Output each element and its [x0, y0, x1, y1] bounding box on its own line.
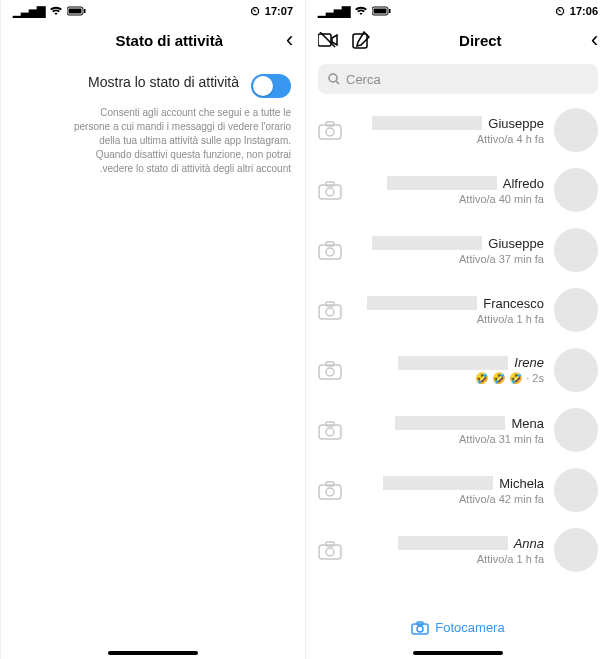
- avatar[interactable]: [554, 288, 598, 332]
- avatar[interactable]: [554, 108, 598, 152]
- chat-content: Irene🤣 🤣 🤣 · 2s: [352, 355, 544, 385]
- svg-rect-8: [319, 125, 341, 139]
- svg-rect-2: [389, 9, 391, 13]
- settings-title: Stato di attività: [53, 32, 286, 49]
- camera-icon[interactable]: [318, 240, 342, 260]
- chat-status: Attivo/a 1 h fa: [477, 313, 544, 325]
- footer-camera-button[interactable]: Fotocamera: [306, 620, 610, 635]
- chat-content: AnnaAttivo/a 1 h fa: [352, 536, 544, 565]
- svg-rect-10: [326, 122, 334, 126]
- svg-rect-26: [319, 485, 341, 499]
- camera-icon[interactable]: [318, 540, 342, 560]
- svg-point-12: [326, 188, 334, 196]
- svg-rect-29: [319, 545, 341, 559]
- svg-rect-16: [326, 242, 334, 246]
- avatar[interactable]: [554, 468, 598, 512]
- status-battery: [67, 6, 87, 16]
- chat-content: MenaAttivo/a 31 min fa: [352, 416, 544, 445]
- svg-point-18: [326, 308, 334, 316]
- chat-row[interactable]: AnnaAttivo/a 1 h fa: [306, 520, 610, 580]
- status-bar: ▁▃▅▇ ⏲ 17:06: [306, 0, 610, 22]
- chat-row[interactable]: AlfredoAttivo/a 40 min fa: [306, 160, 610, 220]
- chat-name: Giuseppe: [488, 236, 544, 251]
- compose-icon[interactable]: [352, 31, 370, 49]
- video-call-icon[interactable]: [318, 32, 338, 48]
- svg-rect-19: [326, 302, 334, 306]
- svg-point-21: [326, 368, 334, 376]
- status-signal: ▁▃▅▇: [13, 5, 45, 18]
- chat-content: MichelaAttivo/a 42 min fa: [352, 476, 544, 505]
- redacted-surname: [398, 536, 508, 550]
- chat-list: GiuseppeAttivo/a 4 h faAlfredoAttivo/a 4…: [306, 100, 610, 580]
- chat-row[interactable]: GiuseppeAttivo/a 37 min fa: [306, 220, 610, 280]
- home-indicator[interactable]: [108, 651, 198, 655]
- back-icon[interactable]: ›: [591, 27, 598, 53]
- camera-icon[interactable]: [318, 480, 342, 500]
- svg-rect-1: [374, 9, 387, 14]
- svg-point-6: [329, 74, 337, 82]
- chat-row[interactable]: MichelaAttivo/a 42 min fa: [306, 460, 610, 520]
- svg-rect-31: [326, 542, 334, 546]
- activity-status-description: Consenti agli account che segui e a tutt…: [15, 106, 291, 176]
- search-placeholder: Cerca: [346, 72, 381, 87]
- activity-status-screen: ▁▃▅▇ ⏲ 17:07 Stato di attività › Mostra …: [0, 0, 305, 659]
- redacted-surname: [387, 176, 497, 190]
- avatar[interactable]: [554, 228, 598, 272]
- svg-rect-28: [326, 482, 334, 486]
- svg-rect-25: [326, 422, 334, 426]
- chat-name: Giuseppe: [488, 116, 544, 131]
- chat-row[interactable]: GiuseppeAttivo/a 4 h fa: [306, 100, 610, 160]
- avatar[interactable]: [554, 348, 598, 392]
- status-time: 17:06: [570, 5, 598, 17]
- chat-status: Attivo/a 31 min fa: [459, 433, 544, 445]
- direct-header: Direct ›: [306, 22, 610, 58]
- chat-status: Attivo/a 37 min fa: [459, 253, 544, 265]
- svg-point-33: [417, 626, 423, 632]
- settings-body: Mostra lo stato di attività Consenti agl…: [1, 58, 305, 192]
- chat-row[interactable]: Irene🤣 🤣 🤣 · 2s: [306, 340, 610, 400]
- camera-icon[interactable]: [318, 180, 342, 200]
- footer-camera-label: Fotocamera: [435, 620, 504, 635]
- redacted-surname: [367, 296, 477, 310]
- camera-icon[interactable]: [318, 300, 342, 320]
- avatar[interactable]: [554, 168, 598, 212]
- svg-rect-20: [319, 365, 341, 379]
- chat-row[interactable]: FrancescoAttivo/a 1 h fa: [306, 280, 610, 340]
- chat-row[interactable]: MenaAttivo/a 31 min fa: [306, 400, 610, 460]
- chat-name: Irene: [514, 355, 544, 370]
- chat-status: Attivo/a 1 h fa: [477, 553, 544, 565]
- avatar[interactable]: [554, 528, 598, 572]
- status-wifi: [49, 6, 63, 16]
- svg-point-27: [326, 488, 334, 496]
- camera-icon[interactable]: [318, 420, 342, 440]
- svg-point-9: [326, 128, 334, 136]
- search-icon: [328, 73, 340, 85]
- activity-status-toggle[interactable]: [251, 74, 291, 98]
- chat-content: GiuseppeAttivo/a 37 min fa: [352, 236, 544, 265]
- camera-icon[interactable]: [318, 360, 342, 380]
- search-input[interactable]: Cerca: [318, 64, 598, 94]
- camera-icon[interactable]: [318, 120, 342, 140]
- svg-rect-23: [319, 425, 341, 439]
- status-battery: [372, 6, 392, 16]
- chat-name: Anna: [514, 536, 544, 551]
- back-icon[interactable]: ›: [286, 27, 293, 53]
- svg-point-24: [326, 428, 334, 436]
- status-alarm-icon: ⏲: [555, 5, 566, 17]
- svg-rect-22: [326, 362, 334, 366]
- status-alarm-icon: ⏲: [250, 5, 261, 17]
- svg-point-30: [326, 548, 334, 556]
- status-wifi: [354, 6, 368, 16]
- svg-rect-37: [84, 9, 86, 13]
- chat-status: Attivo/a 40 min fa: [459, 193, 544, 205]
- home-indicator[interactable]: [413, 651, 503, 655]
- chat-content: GiuseppeAttivo/a 4 h fa: [352, 116, 544, 145]
- chat-name: Alfredo: [503, 176, 544, 191]
- direct-screen: ▁▃▅▇ ⏲ 17:06 Direct › Cerca: [305, 0, 610, 659]
- avatar[interactable]: [554, 408, 598, 452]
- svg-line-7: [336, 81, 339, 84]
- status-signal: ▁▃▅▇: [318, 5, 350, 18]
- redacted-surname: [372, 236, 482, 250]
- chat-content: FrancescoAttivo/a 1 h fa: [352, 296, 544, 325]
- chat-name: Mena: [511, 416, 544, 431]
